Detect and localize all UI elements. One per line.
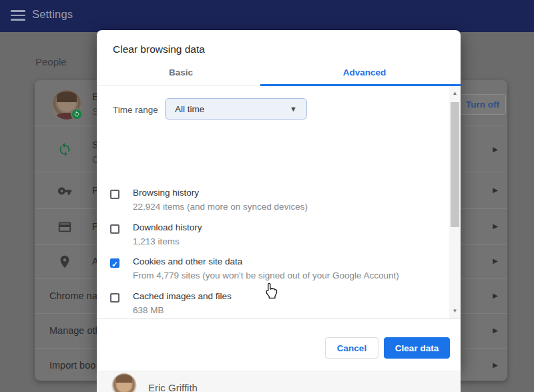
item-detail: From 4,779 sites (you won't be signed ou… — [133, 270, 399, 280]
dialog-title: Clear browsing data — [113, 43, 205, 55]
time-range-select[interactable]: All time ▼ — [165, 98, 307, 120]
avatar — [111, 373, 137, 392]
browsing-history-checkbox[interactable] — [110, 190, 119, 199]
chevron-right-icon: ▶ — [493, 222, 498, 230]
dialog-scrollbar[interactable]: ▲ ▼ — [449, 86, 461, 319]
dialog-scroll-area: Time range All time ▼ Browsing history 2… — [97, 86, 461, 319]
import-label: Import boo — [49, 360, 95, 371]
account-name: Eric Griffith — [148, 382, 198, 392]
menu-icon[interactable] — [11, 10, 25, 21]
manage-people-label: Manage oth — [49, 325, 101, 336]
chevron-right-icon: ▶ — [493, 186, 498, 194]
browsing-history-row: Browsing history 22,924 items (and more … — [97, 188, 431, 220]
scroll-up-icon[interactable]: ▲ — [449, 89, 461, 98]
cached-images-row: Cached images and files 638 MB — [97, 291, 431, 319]
credit-card-icon — [57, 220, 72, 234]
dialog-tabs: Basic Advanced — [97, 63, 461, 86]
chevron-right-icon: ▶ — [493, 327, 498, 334]
chrome-name-label: Chrome na — [49, 290, 97, 301]
chevron-right-icon: ▶ — [493, 146, 498, 153]
sync-icon — [57, 142, 72, 157]
clear-browsing-data-dialog: Clear browsing data Basic Advanced Time … — [97, 30, 461, 371]
item-detail: 1,213 items — [133, 236, 180, 246]
app-header: Settings — [0, 0, 534, 32]
download-history-checkbox[interactable] — [110, 224, 119, 234]
tab-advanced[interactable]: Advanced — [343, 67, 386, 77]
time-range-value: All time — [175, 104, 290, 114]
item-detail: 22,924 items (and more on synced devices… — [133, 202, 308, 212]
account-strip: Eric Griffith — [97, 371, 461, 392]
scroll-down-icon[interactable]: ▼ — [449, 307, 461, 316]
app-title: Settings — [32, 8, 73, 21]
chevron-right-icon: ▶ — [493, 292, 498, 299]
time-range-label: Time range — [113, 105, 158, 115]
download-history-row: Download history 1,213 items — [97, 222, 431, 254]
item-detail: 638 MB — [133, 305, 164, 315]
sync-badge-icon — [71, 108, 83, 120]
cookies-checkbox[interactable]: ✓ — [110, 258, 119, 268]
chevron-down-icon: ▼ — [290, 105, 297, 113]
location-pin-icon — [57, 254, 72, 269]
cached-images-checkbox[interactable] — [110, 293, 119, 303]
tab-basic[interactable]: Basic — [169, 67, 193, 77]
scrollbar-thumb[interactable] — [451, 102, 459, 227]
turn-off-button[interactable]: Turn off — [459, 94, 506, 115]
cookies-row: ✓ Cookies and other site data From 4,779… — [97, 256, 431, 288]
item-label: Cached images and files — [133, 291, 232, 301]
item-label: Cookies and other site data — [133, 256, 242, 266]
item-label: Download history — [133, 222, 202, 232]
item-label: Browsing history — [133, 188, 199, 198]
chevron-right-icon: ▶ — [493, 361, 498, 369]
key-icon — [57, 184, 72, 198]
cancel-button[interactable]: Cancel — [325, 337, 378, 359]
footer-divider — [97, 319, 461, 319]
clear-data-button[interactable]: Clear data — [384, 337, 450, 359]
people-section-label: People — [35, 56, 67, 67]
chevron-right-icon: ▶ — [493, 257, 498, 264]
